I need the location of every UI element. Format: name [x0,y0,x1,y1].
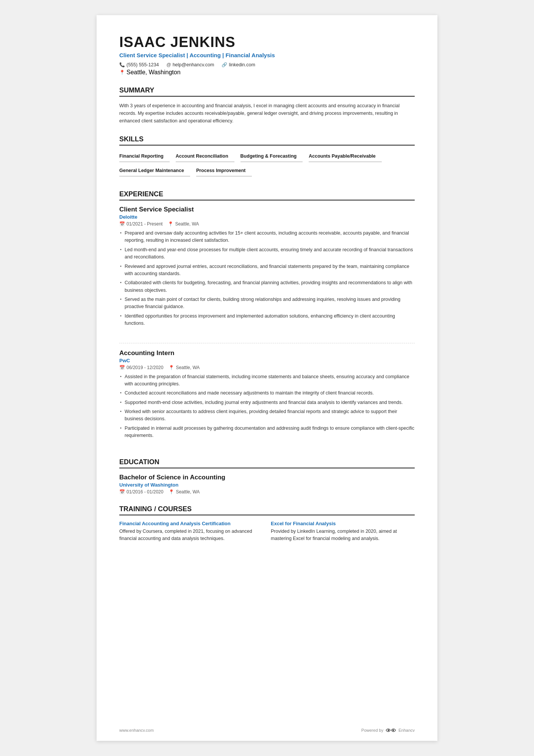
job-bullets: Assisted in the preparation of financial… [119,373,415,440]
summary-section: SUMMARY With 3 years of experience in ac… [119,86,415,125]
training-title-text: Excel for Financial Analysis [271,521,415,526]
edu-meta: 📅 01/2016 - 01/2020 📍 Seattle, WA [119,489,415,495]
edu-location-text: Seattle, WA [176,489,200,495]
job-location-text: Seattle, WA [175,221,199,227]
bullet-item: Led month-end and year-end close process… [119,246,415,261]
bullet-item: Served as the main point of contact for … [119,296,415,311]
bullet-item: Supported month-end close activities, in… [119,399,415,406]
job-date: 📅 01/2021 - Present [119,221,162,227]
job-date: 📅 06/2019 - 12/2020 [119,365,163,370]
resume-header: ISAAC JENKINS Client Service Specialist … [119,34,415,76]
linkedin-contact: 🔗 linkedin.com [222,62,255,67]
education-list: Bachelor of Science in Accounting Univer… [119,474,415,495]
location-contact: 📍 Seattle, Washington [119,69,415,76]
edu-date: 📅 01/2016 - 01/2020 [119,489,163,495]
skill-item: Account Reconciliation [176,151,234,162]
bullet-item: Prepared and oversaw daily accounting ac… [119,230,415,244]
company-name: Deloitte [119,214,415,220]
calendar-icon: 📅 [119,365,125,370]
skills-grid: Financial ReportingAccount Reconciliatio… [119,151,415,180]
location-icon: 📍 [119,70,125,75]
page-footer: www.enhancv.com Powered by Enhancv [119,727,415,733]
svg-point-1 [392,729,394,731]
job-location: 📍 Seattle, WA [168,221,199,227]
job-meta: 📅 06/2019 - 12/2020 📍 Seattle, WA [119,365,415,370]
linkedin-text: linkedin.com [229,62,255,67]
bullet-item: Conducted account reconciliations and ma… [119,390,415,397]
job-meta: 📅 01/2021 - Present 📍 Seattle, WA [119,221,415,227]
experience-title: EXPERIENCE [119,190,415,200]
phone-icon: 📞 [119,62,125,67]
skill-item: Accounts Payable/Receivable [309,151,381,162]
job-date-text: 01/2021 - Present [126,221,162,227]
enhancv-brand: Enhancv [398,728,415,733]
phone-text: (555) 555-1234 [126,62,159,67]
training-description: Offered by Coursera, completed in 2021, … [119,528,263,543]
candidate-name: ISAAC JENKINS [119,34,415,50]
bullet-item: Participated in internal audit processes… [119,425,415,440]
education-title: EDUCATION [119,458,415,468]
training-grid: Financial Accounting and Analysis Certif… [119,521,415,543]
email-contact: @ help@enhancv.com [166,62,214,67]
bullet-item: Reviewed and approved journal entries, a… [119,263,415,278]
job-title: Accounting Intern [119,349,415,357]
calendar-icon: 📅 [119,221,125,227]
experience-section: EXPERIENCE Client Service Specialist Del… [119,190,415,448]
bullet-item: Assisted in the preparation of financial… [119,373,415,388]
skill-item: Budgeting & Forecasting [240,151,303,162]
skills-section: SKILLS Financial ReportingAccount Reconc… [119,135,415,180]
edu-date-text: 01/2016 - 01/2020 [126,489,163,495]
job-location-text: Seattle, WA [176,365,200,370]
education-section: EDUCATION Bachelor of Science in Account… [119,458,415,495]
contact-row: 📞 (555) 555-1234 @ help@enhancv.com 🔗 li… [119,62,415,67]
footer-website: www.enhancv.com [119,728,154,733]
edu-degree: Bachelor of Science in Accounting [119,474,415,481]
svg-point-0 [388,729,389,731]
job-date-text: 06/2019 - 12/2020 [126,365,163,370]
enhancv-icon [386,727,396,733]
calendar-icon: 📅 [119,489,125,495]
summary-title: SUMMARY [119,86,415,97]
education-block: Bachelor of Science in Accounting Univer… [119,474,415,495]
skills-title: SKILLS [119,135,415,146]
enhancv-logo: Powered by Enhancv [361,727,415,733]
linkedin-icon: 🔗 [222,62,227,67]
phone-contact: 📞 (555) 555-1234 [119,62,159,67]
training-title-text: Financial Accounting and Analysis Certif… [119,521,263,526]
experience-list: Client Service Specialist Deloitte 📅 01/… [119,206,415,448]
bullet-item: Identified opportunities for process imp… [119,313,415,327]
experience-block: Accounting Intern PwC 📅 06/2019 - 12/202… [119,343,415,448]
skill-item: Process Improvement [196,165,252,177]
email-text: help@enhancv.com [173,62,214,67]
edu-location: 📍 Seattle, WA [169,489,200,495]
location-icon: 📍 [169,489,174,495]
location-text: Seattle, Washington [126,69,181,76]
powered-by-text: Powered by [361,728,383,733]
edu-school: University of Washington [119,482,415,488]
training-description: Provided by LinkedIn Learning, completed… [271,528,415,543]
job-title: Client Service Specialist [119,206,415,213]
summary-text: With 3 years of experience in accounting… [119,102,415,125]
training-item: Excel for Financial Analysis Provided by… [271,521,415,543]
candidate-title: Client Service Specialist | Accounting |… [119,52,415,58]
location-icon: 📍 [169,365,174,370]
bullet-item: Collaborated with clients for budgeting,… [119,279,415,294]
email-icon: @ [166,62,171,67]
resume-page: ISAAC JENKINS Client Service Specialist … [97,15,437,741]
location-icon: 📍 [168,221,173,227]
job-bullets: Prepared and oversaw daily accounting ac… [119,230,415,327]
job-location: 📍 Seattle, WA [169,365,200,370]
training-section: TRAINING / COURSES Financial Accounting … [119,505,415,543]
skill-item: General Ledger Maintenance [119,165,190,177]
training-item: Financial Accounting and Analysis Certif… [119,521,263,543]
skill-item: Financial Reporting [119,151,170,162]
experience-block: Client Service Specialist Deloitte 📅 01/… [119,206,415,335]
company-name: PwC [119,358,415,363]
training-title: TRAINING / COURSES [119,505,415,515]
bullet-item: Worked with senior accountants to addres… [119,408,415,423]
